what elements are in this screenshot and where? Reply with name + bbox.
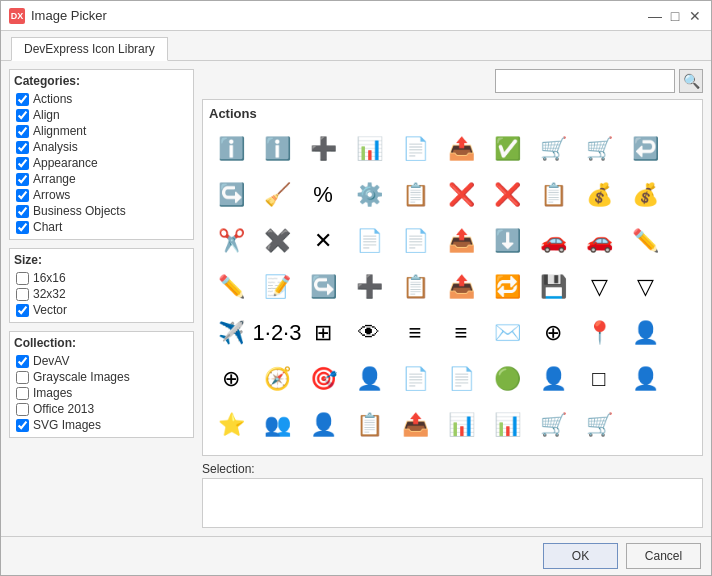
category-checkbox-3[interactable]: [16, 141, 29, 154]
maximize-button[interactable]: □: [667, 8, 683, 24]
collection-checkbox-0[interactable]: [16, 355, 29, 368]
category-item-8[interactable]: Chart: [14, 219, 189, 235]
collection-checkbox-2[interactable]: [16, 387, 29, 400]
icon-cell-49[interactable]: 👤: [623, 311, 667, 355]
icon-cell-56[interactable]: 🟢: [485, 357, 529, 401]
close-button[interactable]: ✕: [687, 8, 703, 24]
search-input[interactable]: [495, 69, 675, 93]
icon-cell-6[interactable]: ✅: [485, 127, 529, 171]
size-item-2[interactable]: Vector: [14, 302, 189, 318]
icon-cell-33[interactable]: ➕: [347, 265, 391, 309]
category-checkbox-0[interactable]: [16, 93, 29, 106]
category-checkbox-7[interactable]: [16, 205, 29, 218]
icon-cell-45[interactable]: ≡: [439, 311, 483, 355]
category-item-0[interactable]: Actions: [14, 91, 189, 107]
icon-cell-39[interactable]: ▽: [623, 265, 667, 309]
icon-cell-68[interactable]: 🛒: [577, 403, 621, 447]
icon-cell-4[interactable]: 📄: [393, 127, 437, 171]
icon-cell-8[interactable]: 🛒: [577, 127, 621, 171]
icon-cell-14[interactable]: 📋: [393, 173, 437, 217]
size-item-1[interactable]: 32x32: [14, 286, 189, 302]
category-checkbox-5[interactable]: [16, 173, 29, 186]
icon-cell-48[interactable]: 📍: [577, 311, 621, 355]
icon-cell-13[interactable]: ⚙️: [347, 173, 391, 217]
collection-item-3[interactable]: Office 2013: [14, 401, 189, 417]
category-checkbox-8[interactable]: [16, 221, 29, 234]
icon-cell-66[interactable]: 📊: [485, 403, 529, 447]
category-checkbox-4[interactable]: [16, 157, 29, 170]
icon-cell-44[interactable]: ≡: [393, 311, 437, 355]
icon-cell-1[interactable]: ℹ️: [255, 127, 299, 171]
category-item-1[interactable]: Align: [14, 107, 189, 123]
icon-cell-25[interactable]: 📤: [439, 219, 483, 263]
category-item-6[interactable]: Arrows: [14, 187, 189, 203]
icon-cell-22[interactable]: ✕: [301, 219, 345, 263]
icon-cell-29[interactable]: ✏️: [623, 219, 667, 263]
size-checkbox-0[interactable]: [16, 272, 29, 285]
icon-cell-46[interactable]: ✉️: [485, 311, 529, 355]
size-checkbox-1[interactable]: [16, 288, 29, 301]
icon-cell-7[interactable]: 🛒: [531, 127, 575, 171]
icon-cell-21[interactable]: ✖️: [255, 219, 299, 263]
icon-cell-36[interactable]: 🔁: [485, 265, 529, 309]
icon-cell-51[interactable]: 🧭: [255, 357, 299, 401]
icon-cell-28[interactable]: 🚗: [577, 219, 621, 263]
collection-item-1[interactable]: Grayscale Images: [14, 369, 189, 385]
icon-cell-38[interactable]: ▽: [577, 265, 621, 309]
icon-cell-12[interactable]: %: [301, 173, 345, 217]
icon-cell-30[interactable]: ✏️: [209, 265, 253, 309]
icon-cell-35[interactable]: 📤: [439, 265, 483, 309]
icon-cell-58[interactable]: □: [577, 357, 621, 401]
icon-cell-67[interactable]: 🛒: [531, 403, 575, 447]
icon-cell-62[interactable]: 👤: [301, 403, 345, 447]
cancel-button[interactable]: Cancel: [626, 543, 701, 569]
icon-cell-32[interactable]: ↪️: [301, 265, 345, 309]
icon-cell-20[interactable]: ✂️: [209, 219, 253, 263]
icon-cell-50[interactable]: ⊕: [209, 357, 253, 401]
icon-cell-18[interactable]: 💰: [577, 173, 621, 217]
icons-area[interactable]: Actions ℹ️ℹ️➕📊📄📤✅🛒🛒↩️↪️🧹%⚙️📋❌❌📋💰💰✂️✖️✕📄📄…: [202, 99, 703, 456]
icon-cell-59[interactable]: 👤: [623, 357, 667, 401]
icon-cell-61[interactable]: 👥: [255, 403, 299, 447]
icon-cell-31[interactable]: 📝: [255, 265, 299, 309]
icon-cell-9[interactable]: ↩️: [623, 127, 667, 171]
icon-cell-16[interactable]: ❌: [485, 173, 529, 217]
category-checkbox-2[interactable]: [16, 125, 29, 138]
ok-button[interactable]: OK: [543, 543, 618, 569]
icon-cell-64[interactable]: 📤: [393, 403, 437, 447]
icon-cell-53[interactable]: 👤: [347, 357, 391, 401]
icon-cell-19[interactable]: 💰: [623, 173, 667, 217]
minimize-button[interactable]: —: [647, 8, 663, 24]
icon-cell-37[interactable]: 💾: [531, 265, 575, 309]
icon-cell-47[interactable]: ⊕: [531, 311, 575, 355]
icon-cell-43[interactable]: 👁: [347, 311, 391, 355]
collection-checkbox-4[interactable]: [16, 419, 29, 432]
tab-devexpress-icon-library[interactable]: DevExpress Icon Library: [11, 37, 168, 61]
category-item-7[interactable]: Business Objects: [14, 203, 189, 219]
category-item-2[interactable]: Alignment: [14, 123, 189, 139]
icon-cell-15[interactable]: ❌: [439, 173, 483, 217]
category-item-3[interactable]: Analysis: [14, 139, 189, 155]
icon-cell-57[interactable]: 👤: [531, 357, 575, 401]
category-item-5[interactable]: Arrange: [14, 171, 189, 187]
icon-cell-34[interactable]: 📋: [393, 265, 437, 309]
icon-cell-26[interactable]: ⬇️: [485, 219, 529, 263]
category-item-4[interactable]: Appearance: [14, 155, 189, 171]
icon-cell-52[interactable]: 🎯: [301, 357, 345, 401]
icon-cell-23[interactable]: 📄: [347, 219, 391, 263]
search-button[interactable]: 🔍: [679, 69, 703, 93]
size-checkbox-2[interactable]: [16, 304, 29, 317]
icon-cell-54[interactable]: 📄: [393, 357, 437, 401]
icon-cell-42[interactable]: ⊞: [301, 311, 345, 355]
category-checkbox-6[interactable]: [16, 189, 29, 202]
icon-cell-24[interactable]: 📄: [393, 219, 437, 263]
icon-cell-40[interactable]: ✈️: [209, 311, 253, 355]
icon-cell-63[interactable]: 📋: [347, 403, 391, 447]
icon-cell-65[interactable]: 📊: [439, 403, 483, 447]
collection-checkbox-3[interactable]: [16, 403, 29, 416]
icon-cell-27[interactable]: 🚗: [531, 219, 575, 263]
icon-cell-41[interactable]: 1·2·3: [255, 311, 299, 355]
icon-cell-0[interactable]: ℹ️: [209, 127, 253, 171]
collection-item-4[interactable]: SVG Images: [14, 417, 189, 433]
icon-cell-55[interactable]: 📄: [439, 357, 483, 401]
